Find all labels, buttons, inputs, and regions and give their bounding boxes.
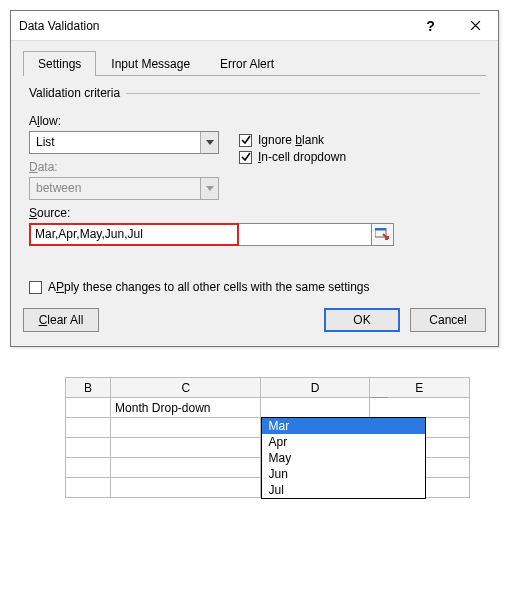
- in-cell-dropdown-label: In-cell dropdown: [258, 150, 346, 164]
- chevron-down-icon: [206, 186, 214, 191]
- cell[interactable]: [111, 478, 261, 498]
- allow-combo-button[interactable]: [200, 132, 218, 153]
- data-validation-dialog: Data Validation ? Settings Input Message…: [10, 10, 499, 347]
- tab-panel-settings: Validation criteria Allow: List: [23, 76, 486, 308]
- allow-combo[interactable]: List: [29, 131, 219, 154]
- table-row: Month Drop-down Mar Apr May Jun Jul: [66, 398, 470, 418]
- apply-all-checkbox[interactable]: [29, 281, 42, 294]
- col-header-C[interactable]: C: [111, 378, 261, 398]
- close-button[interactable]: [453, 11, 498, 41]
- check-icon: [241, 152, 251, 162]
- tab-input-message[interactable]: Input Message: [96, 51, 205, 76]
- cancel-button[interactable]: Cancel: [410, 308, 486, 332]
- apply-all-label: APply these changes to all other cells w…: [48, 280, 370, 294]
- data-value: between: [30, 178, 200, 199]
- cell[interactable]: [111, 418, 261, 438]
- dialog-body: Settings Input Message Error Alert Valid…: [11, 41, 498, 346]
- cell[interactable]: [111, 458, 261, 478]
- spreadsheet-preview: B C D E Month Drop-down Mar Apr May Jun …: [65, 377, 470, 498]
- ok-button[interactable]: OK: [324, 308, 400, 332]
- source-value: Mar,Apr,May,Jun,Jul: [29, 223, 239, 246]
- data-label: Data:: [29, 160, 239, 174]
- ignore-blank-row[interactable]: Ignore blank: [239, 133, 480, 147]
- cell[interactable]: [369, 398, 469, 418]
- data-combo: between: [29, 177, 219, 200]
- allow-label: Allow:: [29, 114, 239, 128]
- col-header-E[interactable]: E: [369, 378, 469, 398]
- group-label: Validation criteria: [29, 86, 120, 100]
- cell-c2[interactable]: Month Drop-down: [111, 398, 261, 418]
- ignore-blank-checkbox[interactable]: [239, 134, 252, 147]
- close-icon: [470, 20, 481, 31]
- dialog-title: Data Validation: [11, 19, 408, 33]
- cell[interactable]: [66, 398, 111, 418]
- cell[interactable]: [66, 458, 111, 478]
- source-label: Source:: [29, 206, 239, 220]
- col-header-D[interactable]: D: [261, 378, 369, 398]
- dropdown-option[interactable]: Jul: [262, 482, 425, 498]
- dropdown-option[interactable]: May: [262, 450, 425, 466]
- col-header-B[interactable]: B: [66, 378, 111, 398]
- apply-all-row[interactable]: APply these changes to all other cells w…: [29, 280, 480, 294]
- in-cell-dropdown-row[interactable]: In-cell dropdown: [239, 150, 480, 164]
- sheet-table: B C D E Month Drop-down Mar Apr May Jun …: [65, 377, 470, 498]
- tab-strip: Settings Input Message Error Alert: [23, 51, 486, 76]
- header-row: B C D E: [66, 378, 470, 398]
- check-icon: [241, 135, 251, 145]
- chevron-down-icon: [206, 140, 214, 145]
- cell[interactable]: [66, 478, 111, 498]
- dropdown-option[interactable]: Apr: [262, 434, 425, 450]
- dropdown-option[interactable]: Mar: [262, 418, 425, 434]
- cell[interactable]: [111, 438, 261, 458]
- ignore-blank-label: Ignore blank: [258, 133, 324, 147]
- data-combo-button: [200, 178, 218, 199]
- cell-d2[interactable]: Mar Apr May Jun Jul: [261, 398, 369, 418]
- dropdown-list[interactable]: Mar Apr May Jun Jul: [261, 417, 426, 499]
- dropdown-option[interactable]: Jun: [262, 466, 425, 482]
- help-button[interactable]: ?: [408, 11, 453, 41]
- validation-criteria-group: Validation criteria: [29, 86, 480, 100]
- allow-value: List: [30, 132, 200, 153]
- clear-all-button[interactable]: Clear All: [23, 308, 99, 332]
- titlebar: Data Validation ?: [11, 11, 498, 41]
- tab-error-alert[interactable]: Error Alert: [205, 51, 289, 76]
- group-divider: [126, 93, 480, 94]
- cell[interactable]: [66, 418, 111, 438]
- dialog-buttons: Clear All OK Cancel: [23, 308, 486, 334]
- in-cell-dropdown-checkbox[interactable]: [239, 151, 252, 164]
- cell[interactable]: [66, 438, 111, 458]
- tab-settings[interactable]: Settings: [23, 51, 96, 76]
